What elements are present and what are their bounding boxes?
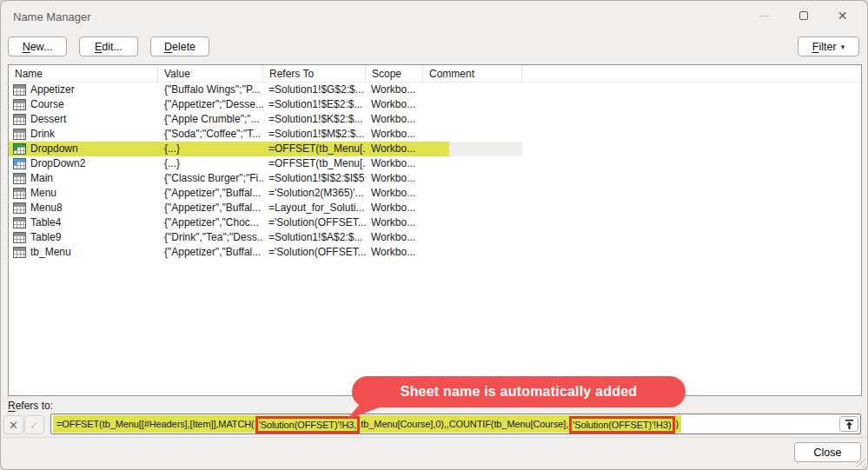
check-icon: ✓	[30, 419, 39, 432]
value-cell: {...}	[158, 156, 263, 171]
new-button[interactable]: New...	[8, 36, 67, 56]
callout-text: Sheet name is automatically added	[401, 384, 637, 400]
filter-button[interactable]: Filter ▾	[798, 36, 859, 56]
table-row[interactable]: Table4 {"Appetizer","Choc... ='Solution(…	[9, 215, 522, 230]
refers-to-cell: =Solution1!$G$2:$...	[263, 83, 366, 97]
minimize-button	[745, 1, 784, 30]
gray-table-icon	[13, 84, 26, 96]
gray-table-icon	[13, 202, 26, 214]
refers-to-cell: =Solution1!$I$2:$I$5	[263, 171, 366, 186]
scope-cell: Workbo...	[366, 245, 423, 260]
filter-label: Filter	[812, 41, 837, 53]
table-row[interactable]: Table9 {"Drink","Tea";"Dess... =Solution…	[9, 230, 522, 245]
name-manager-dialog: Name Manager ✕ New... Edit... Delete Fil…	[0, 0, 868, 470]
close-window-button[interactable]: ✕	[823, 1, 862, 30]
name-cell: DropDown2	[30, 156, 85, 171]
formula-segment: )	[676, 419, 679, 429]
collapse-dialog-icon	[845, 420, 854, 429]
formula-annotated-segment: 'Solution(OFFSET)'!H3,	[255, 416, 361, 434]
refers-to-cell: ='Solution2(M365)'...	[263, 186, 366, 201]
scope-cell: Workbo...	[366, 142, 423, 156]
value-cell: {"Appetizer";"Desse...	[158, 97, 263, 112]
formula-annotated-segment: 'Solution(OFFSET)'!H3)	[569, 416, 674, 434]
value-cell: {"Classic Burger";"Fi...	[158, 171, 263, 186]
gray-table-icon	[13, 232, 26, 243]
column-header-refers-to[interactable]: Refers To	[263, 65, 366, 82]
scope-cell: Workbo...	[366, 97, 423, 112]
table-row[interactable]: Appetizer {"Buffalo Wings";"P... =Soluti…	[9, 83, 522, 97]
column-header-value[interactable]: Value	[158, 65, 263, 82]
table-row[interactable]: tb_Menu {"Appetizer","Buffal... ='Soluti…	[9, 245, 522, 260]
name-cell: Table4	[30, 215, 61, 230]
value-cell: {"Drink","Tea";"Dess...	[158, 230, 263, 245]
gray-table-icon	[13, 99, 26, 110]
table-row[interactable]: Course {"Appetizer";"Desse... =Solution1…	[9, 97, 522, 112]
value-cell: {"Soda";"Coffee";"T...	[158, 127, 263, 142]
blue-table-icon	[13, 158, 26, 169]
close-icon: ✕	[838, 10, 848, 22]
refers-to-cell: ='Solution(OFFSET...	[263, 215, 366, 230]
name-cell: Dropdown	[30, 142, 78, 156]
delete-button[interactable]: Delete	[150, 36, 209, 56]
green-table-icon	[13, 143, 26, 155]
gray-table-icon	[13, 129, 26, 140]
edit-button[interactable]: Edit...	[79, 36, 138, 56]
gray-table-icon	[13, 173, 26, 184]
name-cell: Dessert	[30, 112, 66, 127]
footer-separator	[1, 437, 867, 438]
scope-cell: Workbo...	[366, 201, 423, 215]
refers-to-cell: =OFFSET(tb_Menu[...	[263, 156, 366, 171]
column-header-comment[interactable]: Comment	[423, 65, 522, 82]
dialog-title: Name Manager	[13, 10, 91, 23]
formula-segment: =OFFSET(tb_Menu[[#Headers],[Item]],MATCH…	[56, 419, 255, 429]
value-cell: {"Appetizer","Buffal...	[158, 186, 263, 201]
value-cell: {"Appetizer","Buffal...	[158, 201, 263, 215]
table-row[interactable]: DropDown2 {...} =OFFSET(tb_Menu[... Work…	[9, 156, 522, 171]
table-row[interactable]: Drink {"Soda";"Coffee";"T... =Solution1!…	[9, 127, 522, 142]
maximize-icon	[799, 11, 808, 20]
refers-to-cell: ='Solution(OFFSET...	[263, 245, 366, 260]
x-icon: ✕	[9, 419, 18, 432]
value-cell: {"Buffalo Wings";"P...	[158, 83, 263, 97]
name-cell: Drink	[30, 127, 55, 142]
refers-to-input[interactable]: =OFFSET(tb_Menu[[#Headers],[Item]],MATCH…	[50, 414, 861, 434]
scope-cell: Workbo...	[366, 83, 423, 97]
scope-cell: Workbo...	[366, 215, 423, 230]
table-row[interactable]: Dropdown {...} =OFFSET(tb_Menu[... Workb…	[9, 142, 522, 156]
table-row[interactable]: Main {"Classic Burger";"Fi... =Solution1…	[9, 171, 522, 186]
table-row[interactable]: Dessert {"Apple Crumble";"... =Solution1…	[9, 112, 522, 127]
table-row[interactable]: Menu8 {"Appetizer","Buffal... =Layout_fo…	[9, 201, 522, 215]
name-cell: tb_Menu	[30, 245, 71, 260]
refers-to-cell: =Solution1!$M$2:$...	[263, 127, 366, 142]
cancel-formula-button[interactable]: ✕	[3, 415, 23, 434]
gray-table-icon	[13, 217, 26, 228]
table-row[interactable]: Menu {"Appetizer","Buffal... ='Solution2…	[9, 186, 522, 201]
list-rows: Appetizer {"Buffalo Wings";"P... =Soluti…	[9, 83, 861, 260]
list-header: Name Value Refers To Scope Comment	[9, 65, 861, 83]
refers-to-cell: =Solution1!$A$2:$...	[263, 230, 366, 245]
annotation-callout: Sheet name is automatically added	[352, 376, 686, 407]
names-list: Name Value Refers To Scope Comment Appet…	[8, 64, 862, 396]
scope-cell: Workbo...	[366, 186, 423, 201]
refers-to-cell: =OFFSET(tb_Menu[...	[263, 142, 366, 156]
scope-cell: Workbo...	[366, 171, 423, 186]
accept-formula-button[interactable]: ✓	[24, 415, 44, 434]
scope-cell: Workbo...	[366, 156, 423, 171]
refers-to-cell: =Layout_for_Soluti...	[263, 201, 366, 215]
column-header-scope[interactable]: Scope	[366, 65, 423, 82]
collapse-dialog-button[interactable]	[839, 416, 858, 432]
column-header-name[interactable]: Name	[9, 65, 158, 82]
title-bar: Name Manager ✕	[1, 1, 867, 30]
close-button[interactable]: Close	[794, 442, 861, 462]
refers-to-cell: =Solution1!$K$2:$...	[263, 112, 366, 127]
scope-cell: Workbo...	[366, 127, 423, 142]
gray-table-icon	[13, 188, 26, 199]
name-cell: Table9	[30, 230, 61, 245]
gray-table-icon	[13, 247, 26, 258]
chevron-down-icon: ▾	[841, 43, 845, 51]
name-cell: Course	[30, 97, 64, 112]
gray-table-icon	[13, 114, 26, 125]
maximize-button[interactable]	[784, 1, 823, 30]
refers-to-label: Refers to:	[8, 400, 53, 412]
scope-cell: Workbo...	[366, 230, 423, 245]
